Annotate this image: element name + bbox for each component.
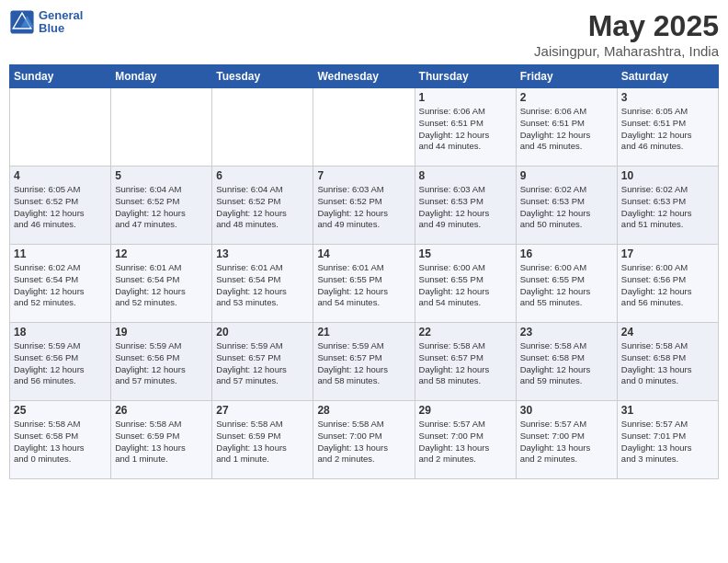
calendar-cell: 26Sunrise: 5:58 AM Sunset: 6:59 PM Dayli… [111,401,212,479]
cell-info: Sunrise: 6:04 AM Sunset: 6:52 PM Dayligh… [216,184,309,231]
calendar-cell: 29Sunrise: 5:57 AM Sunset: 7:00 PM Dayli… [415,401,516,479]
calendar-cell [10,88,111,167]
calendar-cell: 3Sunrise: 6:05 AM Sunset: 6:51 PM Daylig… [617,88,718,167]
day-number: 23 [520,326,613,339]
day-number: 5 [115,169,208,182]
cell-info: Sunrise: 5:58 AM Sunset: 6:59 PM Dayligh… [115,419,208,465]
calendar-cell: 5Sunrise: 6:04 AM Sunset: 6:52 PM Daylig… [111,167,212,245]
day-number: 25 [14,404,107,417]
day-number: 7 [317,169,410,182]
calendar-table: SundayMondayTuesdayWednesdayThursdayFrid… [9,64,719,479]
cell-info: Sunrise: 5:58 AM Sunset: 6:59 PM Dayligh… [216,419,309,465]
day-number: 16 [520,247,613,260]
cell-info: Sunrise: 6:04 AM Sunset: 6:52 PM Dayligh… [115,184,208,231]
cell-info: Sunrise: 5:59 AM Sunset: 6:56 PM Dayligh… [14,340,107,387]
calendar-cell: 24Sunrise: 5:58 AM Sunset: 6:58 PM Dayli… [617,323,718,401]
cell-info: Sunrise: 6:06 AM Sunset: 6:51 PM Dayligh… [419,106,512,153]
header-day-tuesday: Tuesday [212,65,313,88]
calendar-cell: 1Sunrise: 6:06 AM Sunset: 6:51 PM Daylig… [415,88,516,167]
calendar-cell [313,88,415,167]
cell-info: Sunrise: 6:00 AM Sunset: 6:55 PM Dayligh… [520,262,613,309]
logo-line1: General [39,9,83,22]
day-number: 9 [520,169,613,182]
calendar-cell: 16Sunrise: 6:00 AM Sunset: 6:55 PM Dayli… [516,245,617,323]
calendar-cell: 20Sunrise: 5:59 AM Sunset: 6:57 PM Dayli… [212,323,313,401]
calendar-cell: 12Sunrise: 6:01 AM Sunset: 6:54 PM Dayli… [111,245,212,323]
day-number: 11 [14,247,107,260]
calendar-cell: 25Sunrise: 5:58 AM Sunset: 6:58 PM Dayli… [10,401,111,479]
week-row-4: 18Sunrise: 5:59 AM Sunset: 6:56 PM Dayli… [10,323,719,401]
calendar-cell: 19Sunrise: 5:59 AM Sunset: 6:56 PM Dayli… [111,323,212,401]
logo-line2: Blue [39,22,83,35]
cell-info: Sunrise: 6:01 AM Sunset: 6:54 PM Dayligh… [216,262,309,309]
header-day-saturday: Saturday [617,65,718,88]
day-number: 18 [14,326,107,339]
week-row-2: 4Sunrise: 6:05 AM Sunset: 6:52 PM Daylig… [10,167,719,245]
cell-info: Sunrise: 5:57 AM Sunset: 7:00 PM Dayligh… [520,419,613,465]
calendar-cell: 11Sunrise: 6:02 AM Sunset: 6:54 PM Dayli… [10,245,111,323]
cell-info: Sunrise: 6:03 AM Sunset: 6:53 PM Dayligh… [419,184,512,231]
day-number: 30 [520,404,613,417]
cell-info: Sunrise: 5:57 AM Sunset: 7:01 PM Dayligh… [621,419,714,465]
calendar-title: May 2025 [534,9,719,43]
cell-info: Sunrise: 6:05 AM Sunset: 6:51 PM Dayligh… [621,106,714,153]
page-header: General Blue May 2025 Jaisingpur, Mahara… [9,9,719,59]
day-number: 24 [621,326,714,339]
day-number: 6 [216,169,309,182]
calendar-cell: 10Sunrise: 6:02 AM Sunset: 6:53 PM Dayli… [617,167,718,245]
header-day-thursday: Thursday [415,65,516,88]
cell-info: Sunrise: 5:59 AM Sunset: 6:57 PM Dayligh… [317,340,410,387]
cell-info: Sunrise: 6:01 AM Sunset: 6:54 PM Dayligh… [115,262,208,309]
calendar-cell: 7Sunrise: 6:03 AM Sunset: 6:52 PM Daylig… [313,167,415,245]
calendar-cell: 14Sunrise: 6:01 AM Sunset: 6:55 PM Dayli… [313,245,415,323]
cell-info: Sunrise: 6:05 AM Sunset: 6:52 PM Dayligh… [14,184,107,231]
day-number: 29 [419,404,512,417]
calendar-cell: 2Sunrise: 6:06 AM Sunset: 6:51 PM Daylig… [516,88,617,167]
cell-info: Sunrise: 5:58 AM Sunset: 7:00 PM Dayligh… [317,419,410,465]
calendar-cell: 23Sunrise: 5:58 AM Sunset: 6:58 PM Dayli… [516,323,617,401]
logo-icon [9,9,35,35]
calendar-cell: 21Sunrise: 5:59 AM Sunset: 6:57 PM Dayli… [313,323,415,401]
day-number: 19 [115,326,208,339]
calendar-cell: 8Sunrise: 6:03 AM Sunset: 6:53 PM Daylig… [415,167,516,245]
calendar-cell: 22Sunrise: 5:58 AM Sunset: 6:57 PM Dayli… [415,323,516,401]
day-number: 20 [216,326,309,339]
header-day-sunday: Sunday [10,65,111,88]
header-day-monday: Monday [111,65,212,88]
cell-info: Sunrise: 5:57 AM Sunset: 7:00 PM Dayligh… [419,419,512,465]
calendar-header: SundayMondayTuesdayWednesdayThursdayFrid… [10,65,719,88]
day-number: 27 [216,404,309,417]
day-number: 15 [419,247,512,260]
logo: General Blue [9,9,83,36]
week-row-3: 11Sunrise: 6:02 AM Sunset: 6:54 PM Dayli… [10,245,719,323]
cell-info: Sunrise: 6:02 AM Sunset: 6:54 PM Dayligh… [14,262,107,309]
calendar-cell [111,88,212,167]
day-number: 26 [115,404,208,417]
week-row-1: 1Sunrise: 6:06 AM Sunset: 6:51 PM Daylig… [10,88,719,167]
cell-info: Sunrise: 6:01 AM Sunset: 6:55 PM Dayligh… [317,262,410,309]
calendar-cell: 30Sunrise: 5:57 AM Sunset: 7:00 PM Dayli… [516,401,617,479]
day-number: 10 [621,169,714,182]
day-number: 21 [317,326,410,339]
week-row-5: 25Sunrise: 5:58 AM Sunset: 6:58 PM Dayli… [10,401,719,479]
day-number: 3 [621,91,714,104]
calendar-body: 1Sunrise: 6:06 AM Sunset: 6:51 PM Daylig… [10,88,719,479]
cell-info: Sunrise: 5:58 AM Sunset: 6:57 PM Dayligh… [419,340,512,387]
cell-info: Sunrise: 6:03 AM Sunset: 6:52 PM Dayligh… [317,184,410,231]
title-block: May 2025 Jaisingpur, Maharashtra, India [534,9,719,59]
cell-info: Sunrise: 6:02 AM Sunset: 6:53 PM Dayligh… [621,184,714,231]
header-day-friday: Friday [516,65,617,88]
cell-info: Sunrise: 5:58 AM Sunset: 6:58 PM Dayligh… [520,340,613,387]
calendar-cell: 28Sunrise: 5:58 AM Sunset: 7:00 PM Dayli… [313,401,415,479]
calendar-cell [212,88,313,167]
day-number: 13 [216,247,309,260]
day-number: 1 [419,91,512,104]
logo-text: General Blue [39,9,83,36]
calendar-cell: 13Sunrise: 6:01 AM Sunset: 6:54 PM Dayli… [212,245,313,323]
calendar-cell: 4Sunrise: 6:05 AM Sunset: 6:52 PM Daylig… [10,167,111,245]
cell-info: Sunrise: 6:06 AM Sunset: 6:51 PM Dayligh… [520,106,613,153]
calendar-cell: 9Sunrise: 6:02 AM Sunset: 6:53 PM Daylig… [516,167,617,245]
header-row: SundayMondayTuesdayWednesdayThursdayFrid… [10,65,719,88]
cell-info: Sunrise: 5:59 AM Sunset: 6:56 PM Dayligh… [115,340,208,387]
calendar-cell: 6Sunrise: 6:04 AM Sunset: 6:52 PM Daylig… [212,167,313,245]
